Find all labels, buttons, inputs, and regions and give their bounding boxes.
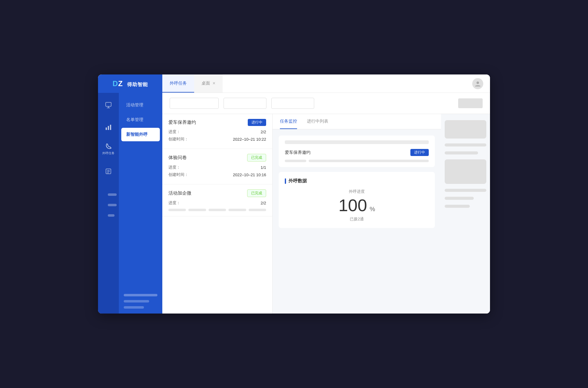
svg-rect-4 — [106, 127, 107, 130]
task-card-1[interactable]: 爱车保养邀约 进行中 进度： 2/2 创建时间： 2022–10–21 10:2… — [162, 114, 272, 149]
right-ph-1 — [445, 143, 486, 146]
sidebar: 外呼任务 活动管理 — [98, 93, 162, 314]
two-col-layout: 爱车保养邀约 进行中 进度： 2/2 创建时间： 2022–10–21 10:2… — [162, 114, 490, 314]
monitor-ph-top — [285, 140, 429, 144]
task-card-3[interactable]: 活动加企微 已完成 进度： 2/2 — [162, 184, 272, 216]
task-badge-3: 已完成 — [247, 189, 266, 197]
sidebar-item-activity[interactable]: 活动管理 — [121, 98, 160, 112]
sidebar-icons: 外呼任务 — [98, 93, 119, 314]
tab-desktop[interactable]: 桌面 × — [194, 74, 223, 93]
main-body: 外呼任务 活动管理 — [98, 93, 490, 314]
task-badge-2: 已完成 — [247, 154, 266, 162]
tab-outbound-task[interactable]: 外呼任务 — [162, 74, 194, 93]
sidebar-icon-monitor[interactable] — [101, 98, 116, 112]
outbound-stats: 外呼进度 100 % 已拨2通 — [285, 189, 429, 222]
svg-rect-1 — [106, 102, 111, 106]
logo-area: DZ 得助智能 — [98, 74, 162, 93]
task-progress-row-3: 进度： 2/2 — [168, 200, 266, 206]
filter-input-2[interactable] — [224, 98, 266, 109]
ph3 — [124, 306, 144, 309]
right-placeholder-col — [441, 114, 490, 314]
outbound-progress-value-row: 100 % — [285, 197, 429, 214]
task-created-row-2: 创建时间： 2022–10–21 10:16 — [168, 172, 266, 177]
task-name-3: 活动加企微 — [168, 190, 191, 196]
detail-tab-ongoing-list[interactable]: 进行中列表 — [307, 114, 328, 129]
tabs-area: 外呼任务 桌面 × — [162, 74, 466, 93]
monitor-ph-1 — [285, 160, 306, 162]
monitor-section: 爱车保养邀约 进行中 — [279, 135, 435, 167]
task-name-1: 爱车保养邀约 — [168, 120, 196, 125]
content-area: 爱车保养邀约 进行中 进度： 2/2 创建时间： 2022–10–21 10:2… — [162, 93, 490, 314]
sidebar-bottom-placeholders — [119, 289, 162, 314]
task-list-panel: 爱车保养邀约 进行中 进度： 2/2 创建时间： 2022–10–21 10:2… — [162, 114, 273, 314]
task-card-2-header: 体验问卷 已完成 — [168, 154, 266, 162]
detail-tabs: 任务监控 进行中列表 — [273, 114, 441, 129]
right-ph-large-1 — [445, 120, 486, 139]
outbound-progress-value: 100 — [338, 196, 367, 215]
monitor-task-status: 进行中 — [410, 149, 429, 156]
ph2 — [124, 300, 149, 302]
svg-rect-5 — [108, 126, 109, 130]
user-icon-area — [466, 78, 490, 89]
filter-btn-placeholder — [458, 98, 483, 108]
logo-text: DZ 得助智能 — [112, 79, 148, 88]
outbound-progress-label: 外呼进度 — [285, 189, 429, 194]
sidebar-icon-list[interactable] — [101, 164, 116, 179]
tab-close-icon[interactable]: × — [213, 81, 215, 86]
task-progress-row-1: 进度： 2/2 — [168, 129, 266, 135]
task-created-row-1: 创建时间： 2022–10–21 10:22 — [168, 136, 266, 142]
sidebar-menu: 活动管理 名单管理 新智能外呼 — [119, 93, 162, 314]
task-name-2: 体验问卷 — [168, 155, 187, 161]
monitor-task-row: 爱车保养邀约 进行中 — [285, 149, 429, 156]
right-ph-4 — [445, 197, 474, 200]
user-avatar[interactable] — [472, 78, 483, 89]
svg-point-0 — [477, 82, 479, 84]
task-card-1-header: 爱车保养邀约 进行中 — [168, 119, 266, 126]
sidebar-icon-chart[interactable] — [101, 120, 116, 135]
right-ph-2 — [445, 151, 478, 154]
outbound-progress-unit: % — [370, 206, 375, 212]
task-card-2[interactable]: 体验问卷 已完成 进度： 1/1 创建时间： 2022–10–21 10:16 — [162, 149, 272, 184]
outbound-section-title: 外呼数据 — [285, 178, 429, 184]
task-badge-1: 进行中 — [248, 119, 266, 126]
sidebar-placeholders — [103, 191, 114, 219]
detail-tab-monitor[interactable]: 任务监控 — [280, 114, 297, 129]
monitor-ph-2 — [309, 160, 429, 162]
task-progress-row-2: 进度： 1/1 — [168, 165, 266, 170]
outbound-section: 外呼数据 外呼进度 100 % 已拨2通 — [279, 172, 435, 228]
title-bar: DZ 得助智能 外呼任务 桌面 × — [98, 74, 490, 93]
sidebar-icon-phone[interactable]: 外呼任务 — [101, 142, 116, 157]
right-ph-3 — [445, 189, 486, 192]
section-title-bar — [285, 178, 286, 184]
monitor-ph-row — [285, 160, 429, 162]
right-ph-large-2 — [445, 159, 486, 184]
filter-bar — [162, 93, 490, 114]
sidebar-item-new-smart-outbound[interactable]: 新智能外呼 — [121, 128, 160, 141]
right-ph-5 — [445, 205, 470, 208]
detail-content: 爱车保养邀约 进行中 外呼数据 — [273, 129, 441, 314]
monitor-task-name: 爱车保养邀约 — [285, 150, 311, 155]
detail-panel: 任务监控 进行中列表 爱车保养邀约 进行中 — [273, 114, 441, 314]
svg-rect-6 — [110, 125, 111, 130]
ph1 — [124, 294, 157, 296]
task-card-3-header: 活动加企微 已完成 — [168, 189, 266, 197]
outbound-calls-label: 已拨2通 — [285, 216, 429, 222]
sidebar-item-list-manage[interactable]: 名单管理 — [121, 113, 160, 127]
filter-input-1[interactable] — [170, 98, 219, 109]
app-window: DZ 得助智能 外呼任务 桌面 × — [98, 74, 490, 314]
filter-input-3[interactable] — [271, 98, 314, 109]
task-bottom-placeholders-3 — [168, 209, 266, 211]
